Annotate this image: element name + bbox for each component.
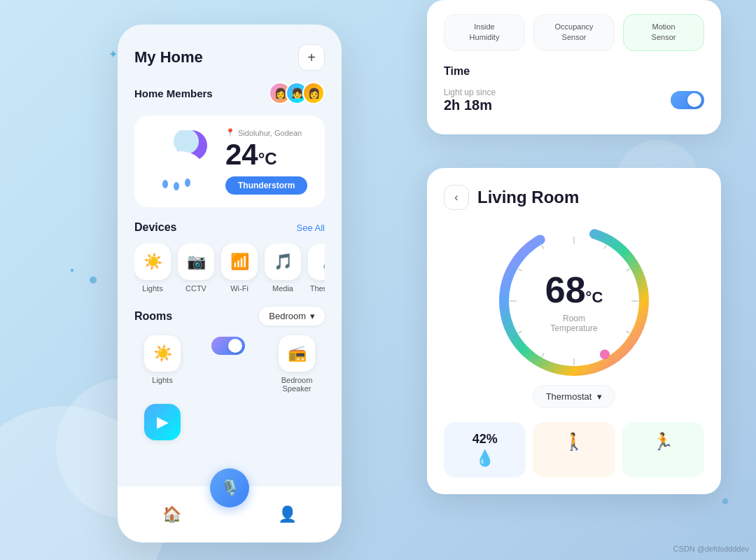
humidity-value: 42% — [452, 432, 517, 447]
back-button[interactable]: ‹ — [444, 185, 469, 210]
cctv-icon: 📷 — [187, 253, 206, 271]
temperature-center: 68°C RoomTemperature — [545, 269, 603, 333]
device-cctv[interactable]: 📷 CCTV — [178, 244, 214, 293]
device-media[interactable]: 🎵 Media — [265, 244, 301, 293]
time-section: Time Light up since 2h 18m — [444, 65, 704, 113]
home-members-label: Home Members — [134, 88, 213, 99]
svg-line-17 — [518, 331, 522, 333]
thermostat-device-icon: 🌡️ — [317, 253, 326, 271]
sensor-tab-humidity[interactable]: InsideHumidity — [444, 14, 525, 51]
weather-icon — [134, 130, 225, 193]
location-text: Sidoluhur, Godean — [238, 129, 302, 137]
svg-line-10 — [604, 245, 606, 248]
device-wifi[interactable]: 📶 Wi-Fi — [221, 244, 258, 293]
room-device-play[interactable]: ▶ — [134, 404, 190, 440]
profile-nav-icon[interactable]: 👤 — [278, 505, 297, 524]
add-button[interactable]: + — [298, 44, 325, 71]
temp-value: 68°C — [545, 269, 603, 311]
svg-line-13 — [626, 331, 629, 333]
avatar-3: 👩 — [302, 82, 325, 104]
wifi-label: Wi-Fi — [230, 284, 248, 293]
rooms-grid: ☀️ Lights 📻 Bedroom Speaker ▶ — [134, 335, 325, 440]
motion-sensor-icon: 🏃 — [631, 432, 696, 451]
humidity-sensor-card[interactable]: 42% 💧 — [444, 422, 526, 477]
back-chevron-icon: ‹ — [454, 191, 458, 204]
lights-icon: ☀️ — [144, 253, 162, 271]
sensor-tab-motion[interactable]: MotionSensor — [623, 14, 704, 51]
weather-card: 📍 Sidoluhur, Godean 24°C Thunderstorm — [134, 115, 325, 207]
lights-icon-wrap: ☀️ — [134, 244, 171, 280]
humidity-sensor-icon: 💧 — [452, 449, 517, 468]
svg-line-11 — [626, 269, 629, 271]
bedroom-dropdown-label: Bedroom — [269, 311, 306, 321]
sensor-tabs: InsideHumidity OccupancySensor MotionSen… — [444, 14, 704, 51]
temperature-display: 24°C — [225, 140, 312, 169]
lights-toggle-wrap — [211, 335, 248, 356]
room-device-speaker[interactable]: 📻 Bedroom Speaker — [269, 335, 325, 393]
thermostat-dropdown-label: Thermostat — [546, 391, 592, 402]
bottom-sensors: 42% 💧 🚶 🏃 — [444, 422, 704, 477]
watermark: CSDN @defdsddddev — [673, 545, 749, 553]
media-icon-wrap: 🎵 — [265, 244, 301, 280]
light-up-toggle[interactable] — [671, 91, 704, 109]
bedroom-dropdown[interactable]: Bedroom ▾ — [259, 307, 325, 326]
chevron-down-icon: ▾ — [310, 311, 315, 321]
thermostat-dropdown[interactable]: Thermostat ▾ — [533, 385, 616, 408]
light-up-label: Light up since — [444, 88, 496, 97]
weather-condition-badge: Thunderstorm — [225, 176, 307, 195]
device-lights[interactable]: ☀️ Lights — [134, 244, 171, 293]
sensor-tab-occupancy[interactable]: OccupancySensor — [533, 14, 615, 51]
devices-row: ☀️ Lights 📷 CCTV 📶 Wi-Fi 🎵 Med — [134, 244, 325, 293]
thermostat-icon-wrap: 🌡️ — [308, 244, 325, 280]
wifi-icon: 📶 — [230, 253, 249, 271]
location-pin-icon: 📍 — [225, 128, 235, 137]
thermostat-dial[interactable]: 68°C RoomTemperature — [497, 224, 651, 378]
living-room-title: Living Room — [477, 188, 579, 207]
motion-sensor-card[interactable]: 🏃 — [622, 422, 704, 477]
rooms-section-title: Rooms — [134, 310, 172, 323]
mic-button[interactable]: 🎙️ — [210, 468, 249, 507]
occupancy-sensor-card[interactable]: 🚶 — [533, 422, 615, 477]
device-thermostat[interactable]: 🌡️ Thermost — [308, 244, 325, 293]
play-icon-wrap: ▶ — [144, 404, 181, 440]
weather-info: 📍 Sidoluhur, Godean 24°C Thunderstorm — [225, 128, 312, 195]
living-room-card: ‹ Living Room — [427, 168, 721, 494]
humidity-label: InsideHumidity — [453, 22, 516, 43]
app-title: My Home — [134, 48, 203, 66]
cctv-label: CCTV — [186, 284, 206, 293]
media-icon: 🎵 — [274, 253, 293, 271]
svg-line-16 — [542, 353, 544, 356]
wifi-icon-wrap: 📶 — [221, 244, 258, 280]
room-lights-icon: ☀️ — [153, 344, 172, 363]
room-lights-label: Lights — [152, 376, 172, 384]
phone-left: My Home + Home Members 👩 👧 👩 — [118, 24, 342, 542]
home-nav-icon[interactable]: 🏠 — [162, 505, 181, 524]
svg-line-20 — [542, 245, 544, 248]
lights-label: Lights — [142, 284, 162, 293]
speaker-icon: 📻 — [288, 344, 307, 363]
light-up-duration: 2h 18m — [444, 97, 496, 113]
room-device-toggle[interactable] — [202, 335, 258, 393]
living-room-header: ‹ Living Room — [444, 185, 704, 210]
play-icon: ▶ — [157, 413, 169, 431]
occupancy-label: OccupancySensor — [542, 22, 606, 43]
room-temp-label: RoomTemperature — [545, 314, 603, 333]
time-section-title: Time — [444, 65, 704, 78]
avatars-group: 👩 👧 👩 — [269, 82, 325, 104]
media-label: Media — [272, 284, 293, 293]
motion-label: MotionSensor — [632, 22, 695, 43]
svg-point-5 — [162, 180, 168, 188]
svg-point-7 — [185, 178, 190, 187]
devices-see-all[interactable]: See All — [297, 223, 325, 233]
cctv-icon-wrap: 📷 — [178, 244, 214, 280]
thermostat-wrap: 68°C RoomTemperature Thermostat ▾ — [444, 224, 704, 408]
thermostat-device-label: Thermost — [310, 284, 325, 293]
speaker-icon-wrap: 📻 — [279, 335, 315, 372]
svg-point-4 — [178, 158, 206, 181]
occupancy-sensor-icon: 🚶 — [541, 432, 606, 451]
mic-icon: 🎙️ — [220, 479, 239, 497]
room-device-lights[interactable]: ☀️ Lights — [134, 335, 190, 393]
svg-line-19 — [518, 269, 522, 271]
lights-toggle[interactable] — [211, 337, 245, 355]
thermostat-chevron-icon: ▾ — [597, 391, 602, 402]
